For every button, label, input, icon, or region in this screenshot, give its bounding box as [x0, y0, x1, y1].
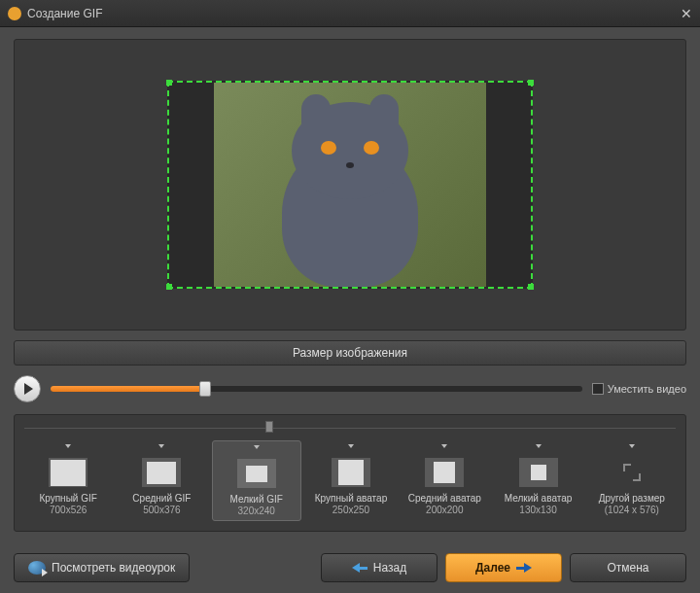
section-header-size: Размер изображения — [14, 340, 686, 366]
arrow-left-icon — [352, 563, 368, 573]
app-icon — [8, 7, 21, 20]
crop-handle-tl[interactable] — [166, 80, 172, 86]
preset-label: Средний GIF — [120, 493, 203, 505]
preset-option-4[interactable]: Средний аватар200x200 — [401, 440, 488, 521]
preset-label: Мелкий аватар — [496, 493, 579, 505]
preview-image — [214, 83, 486, 287]
preset-sublabel: 320x240 — [215, 506, 298, 516]
preset-label: Средний аватар — [402, 493, 486, 505]
timeline-slider[interactable] — [51, 386, 582, 392]
preset-label: Крупный аватар — [309, 493, 393, 505]
fit-video-label: Уместить видео — [608, 383, 686, 395]
tutorial-label: Посмотреть видеоурок — [52, 561, 175, 575]
preset-thumb — [49, 458, 88, 487]
preset-option-1[interactable]: Средний GIF500x376 — [118, 440, 205, 521]
chevron-down-icon[interactable] — [590, 444, 674, 454]
preset-sublabel: 250x250 — [309, 505, 393, 515]
window-title: Создание GIF — [27, 7, 681, 20]
slider-thumb[interactable] — [199, 381, 211, 397]
preset-label: Крупный GIF — [26, 493, 110, 505]
preview-panel — [14, 39, 686, 331]
preset-sublabel: 700x526 — [26, 505, 110, 515]
preset-thumb — [519, 458, 558, 487]
expand-icon — [623, 464, 641, 481]
size-ruler[interactable] — [24, 421, 676, 435]
preset-label: Мелкий GIF — [215, 494, 298, 506]
preset-thumb — [332, 458, 370, 487]
crop-selection[interactable] — [167, 81, 533, 289]
chevron-down-icon[interactable] — [496, 444, 579, 454]
video-icon — [28, 561, 46, 575]
chevron-down-icon[interactable] — [309, 444, 393, 454]
checkbox-icon — [592, 383, 604, 395]
preset-sublabel: 200x200 — [402, 505, 486, 515]
cancel-label: Отмена — [607, 561, 648, 575]
preset-option-3[interactable]: Крупный аватар250x250 — [307, 440, 395, 521]
crop-handle-br[interactable] — [528, 284, 534, 290]
preset-thumb — [612, 458, 651, 487]
preset-thumb — [142, 458, 181, 487]
fit-video-checkbox[interactable]: Уместить видео — [592, 383, 686, 395]
preset-sublabel: 500x376 — [120, 505, 203, 515]
tutorial-button[interactable]: Посмотреть видеоурок — [14, 553, 190, 582]
preset-thumb — [425, 458, 464, 487]
chevron-down-icon[interactable] — [215, 445, 298, 455]
chevron-down-icon[interactable] — [120, 444, 203, 454]
preset-option-6[interactable]: Другой размер(1024 x 576) — [588, 440, 676, 521]
preset-option-0[interactable]: Крупный GIF700x526 — [24, 440, 112, 521]
next-button[interactable]: Далее — [445, 553, 562, 582]
preset-option-2[interactable]: Мелкий GIF320x240 — [212, 440, 301, 521]
titlebar: Создание GIF ✕ — [0, 0, 700, 27]
arrow-right-icon — [516, 563, 532, 573]
chevron-down-icon[interactable] — [402, 444, 486, 454]
crop-handle-tr[interactable] — [528, 80, 534, 86]
preset-sublabel: 130x130 — [496, 505, 579, 515]
close-icon[interactable]: ✕ — [681, 6, 692, 21]
play-button[interactable] — [14, 375, 41, 402]
next-label: Далее — [475, 561, 510, 575]
presets-panel: Крупный GIF700x526Средний GIF500x376Мелк… — [14, 414, 686, 532]
crop-handle-bl[interactable] — [166, 284, 172, 290]
preset-sublabel: (1024 x 576) — [590, 505, 674, 515]
back-label: Назад — [373, 561, 406, 575]
cancel-button[interactable]: Отмена — [570, 553, 686, 582]
back-button[interactable]: Назад — [321, 553, 438, 582]
preset-thumb — [237, 459, 276, 488]
preset-label: Другой размер — [590, 493, 674, 505]
chevron-down-icon[interactable] — [26, 444, 110, 454]
slider-fill — [51, 386, 205, 392]
ruler-handle[interactable] — [265, 421, 273, 433]
preset-option-5[interactable]: Мелкий аватар130x130 — [494, 440, 581, 521]
